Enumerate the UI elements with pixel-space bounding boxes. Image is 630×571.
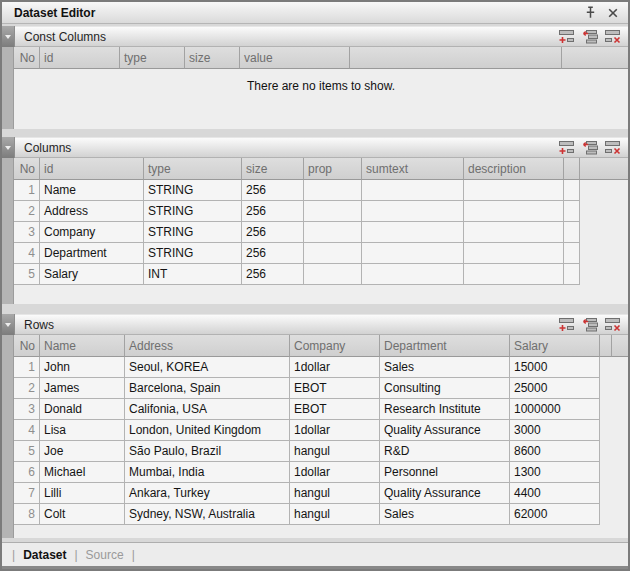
cell-department[interactable]: R&D (380, 441, 510, 462)
chevron-down-icon[interactable] (2, 314, 15, 335)
cell-salary[interactable]: 15000 (510, 357, 600, 378)
cell-description[interactable] (464, 201, 564, 222)
chevron-down-icon[interactable] (2, 26, 15, 47)
column-header-no[interactable]: No (14, 158, 40, 180)
column-header-name[interactable]: Name (40, 335, 125, 357)
cell-company[interactable]: hangul (290, 483, 380, 504)
column-header-prop[interactable]: prop (304, 158, 362, 180)
cell-id[interactable]: Salary (40, 264, 144, 285)
cell-salary[interactable]: 3000 (510, 420, 600, 441)
row-number-cell[interactable]: 7 (14, 483, 40, 504)
cell-company[interactable]: 1dollar (290, 420, 380, 441)
column-header-size[interactable]: size (185, 47, 240, 69)
cell-prop[interactable] (304, 243, 362, 264)
column-header-no[interactable]: No (14, 335, 40, 357)
cell-company[interactable]: hangul (290, 441, 380, 462)
insert-row-icon[interactable] (582, 318, 598, 332)
delete-row-icon[interactable] (605, 141, 621, 155)
column-header-size[interactable]: size (242, 158, 304, 180)
cell-sumtext[interactable] (362, 264, 464, 285)
cell-address[interactable]: São Paulo, Brazil (125, 441, 290, 462)
cell-address[interactable]: Ankara, Turkey (125, 483, 290, 504)
cell-salary[interactable]: 1300 (510, 462, 600, 483)
cell-company[interactable]: EBOT (290, 378, 380, 399)
cell-id[interactable]: Company (40, 222, 144, 243)
cell-salary[interactable]: 25000 (510, 378, 600, 399)
cell-name[interactable]: Lisa (40, 420, 125, 441)
cell-address[interactable]: Mumbai, India (125, 462, 290, 483)
cell-name[interactable]: John (40, 357, 125, 378)
cell-name[interactable]: Joe (40, 441, 125, 462)
column-header-address[interactable]: Address (125, 335, 290, 357)
cell-company[interactable]: EBOT (290, 399, 380, 420)
cell-type[interactable]: STRING (144, 180, 242, 201)
cell-type[interactable]: STRING (144, 243, 242, 264)
add-row-icon[interactable] (559, 30, 575, 44)
cell-id[interactable]: Department (40, 243, 144, 264)
row-number-cell[interactable]: 4 (14, 420, 40, 441)
cell-department[interactable]: Quality Assurance (380, 483, 510, 504)
cell-company[interactable]: 1dollar (290, 357, 380, 378)
cell-id[interactable]: Address (40, 201, 144, 222)
cell-address[interactable]: London, United Kingdom (125, 420, 290, 441)
cell-description[interactable] (464, 222, 564, 243)
add-row-icon[interactable] (559, 141, 575, 155)
cell-address[interactable]: Califonia, USA (125, 399, 290, 420)
cell-department[interactable]: Sales (380, 504, 510, 525)
cell-description[interactable] (464, 264, 564, 285)
cell-name[interactable]: Lilli (40, 483, 125, 504)
column-header-value[interactable]: value (240, 47, 350, 69)
cell-company[interactable]: 1dollar (290, 462, 380, 483)
cell-name[interactable]: James (40, 378, 125, 399)
cell-size[interactable]: 256 (242, 180, 304, 201)
delete-row-icon[interactable] (605, 318, 621, 332)
add-row-icon[interactable] (559, 318, 575, 332)
cell-salary[interactable]: 1000000 (510, 399, 600, 420)
row-number-cell[interactable]: 3 (14, 222, 40, 243)
cell-type[interactable]: STRING (144, 222, 242, 243)
column-header-id[interactable]: id (40, 158, 144, 180)
chevron-down-icon[interactable] (2, 137, 15, 158)
insert-row-icon[interactable] (582, 30, 598, 44)
cell-prop[interactable] (304, 180, 362, 201)
column-header-no[interactable]: No (14, 47, 40, 69)
cell-prop[interactable] (304, 222, 362, 243)
cell-sumtext[interactable] (362, 243, 464, 264)
column-header-salary[interactable]: Salary (510, 335, 600, 357)
cell-salary[interactable]: 62000 (510, 504, 600, 525)
cell-address[interactable]: Barcelona, Spain (125, 378, 290, 399)
cell-address[interactable]: Sydney, NSW, Australia (125, 504, 290, 525)
tab-source[interactable]: Source (84, 548, 126, 562)
column-header-type[interactable]: type (120, 47, 185, 69)
cell-name[interactable]: Colt (40, 504, 125, 525)
cell-company[interactable]: hangul (290, 504, 380, 525)
cell-size[interactable]: 256 (242, 243, 304, 264)
cell-size[interactable]: 256 (242, 264, 304, 285)
cell-department[interactable]: Personnel (380, 462, 510, 483)
cell-description[interactable] (464, 243, 564, 264)
cell-sumtext[interactable] (362, 201, 464, 222)
cell-salary[interactable]: 8600 (510, 441, 600, 462)
cell-sumtext[interactable] (362, 222, 464, 243)
column-header-type[interactable]: type (144, 158, 242, 180)
cell-prop[interactable] (304, 264, 362, 285)
column-header-id[interactable]: id (40, 47, 120, 69)
row-number-cell[interactable]: 3 (14, 399, 40, 420)
cell-department[interactable]: Quality Assurance (380, 420, 510, 441)
column-header-sumtext[interactable]: sumtext (362, 158, 464, 180)
row-number-cell[interactable]: 2 (14, 378, 40, 399)
row-number-cell[interactable]: 5 (14, 264, 40, 285)
cell-name[interactable]: Donald (40, 399, 125, 420)
column-header-department[interactable]: Department (380, 335, 510, 357)
cell-sumtext[interactable] (362, 180, 464, 201)
cell-department[interactable]: Consulting (380, 378, 510, 399)
close-icon[interactable] (608, 6, 618, 20)
row-number-cell[interactable]: 1 (14, 357, 40, 378)
cell-description[interactable] (464, 180, 564, 201)
cell-department[interactable]: Sales (380, 357, 510, 378)
cell-prop[interactable] (304, 201, 362, 222)
column-header-company[interactable]: Company (290, 335, 380, 357)
row-number-cell[interactable]: 2 (14, 201, 40, 222)
cell-size[interactable]: 256 (242, 201, 304, 222)
insert-row-icon[interactable] (582, 141, 598, 155)
